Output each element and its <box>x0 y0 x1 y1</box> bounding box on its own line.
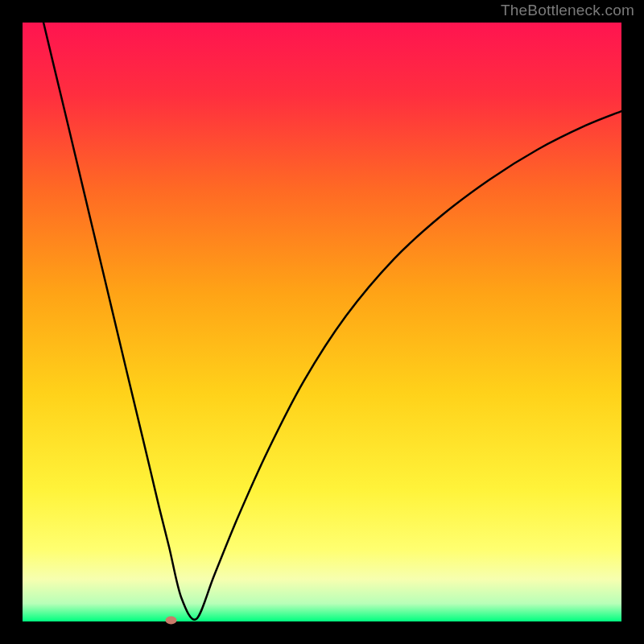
optimal-point-marker <box>166 617 177 625</box>
chart-wrapper: TheBottleneck.com <box>0 0 644 644</box>
chart-plot-area <box>23 23 621 621</box>
bottleneck-chart <box>0 0 644 644</box>
attribution-label: TheBottleneck.com <box>501 2 634 19</box>
